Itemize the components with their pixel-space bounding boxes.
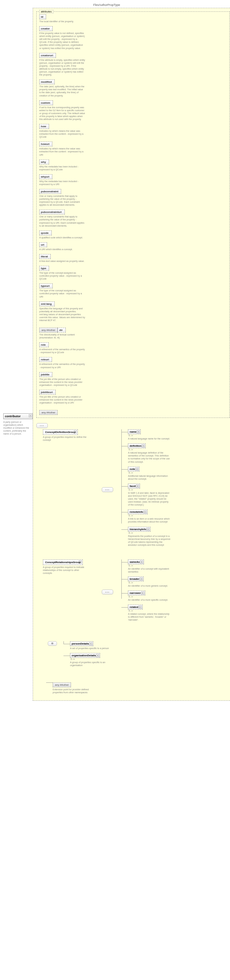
person-details-element[interactable]: personDetails: [70, 641, 93, 646]
attribute-desc: If the property value is not defined, sp…: [39, 32, 85, 50]
expand-icon[interactable]: [147, 528, 150, 531]
attribute-whyuri[interactable]: whyuri: [39, 174, 52, 179]
attribute-desc: If the attribute is empty, specifies whi…: [39, 59, 85, 76]
element-desc: A link to an item or a web resource whic…: [128, 517, 171, 523]
cardinality: 0..∞: [129, 532, 171, 534]
element-name[interactable]: name: [128, 430, 141, 434]
cardinality: 0..∞: [129, 595, 171, 598]
attributes-container: attributes idThe local identifier of the…: [36, 11, 230, 418]
cardinality: 0..∞: [129, 448, 171, 450]
cardinality: 0..∞: [129, 565, 171, 567]
expand-icon[interactable]: [96, 654, 99, 657]
attribute-role[interactable]: role: [39, 342, 49, 347]
element-desc: Extension point for provider-defined pro…: [53, 688, 95, 694]
attributes-label: attributes: [39, 10, 53, 13]
attribute-custom[interactable]: custom: [39, 100, 53, 105]
organisation-details-element[interactable]: organisationDetails: [70, 653, 100, 658]
attribute-desc: The job title of the person who created …: [39, 395, 85, 404]
element-narrower[interactable]: narrower: [128, 590, 145, 595]
element-desc: A related concept, where the relationshi…: [128, 612, 171, 621]
element-facet[interactable]: facet: [128, 484, 140, 488]
element-desc: An identifier of a more generic concept.: [128, 584, 171, 587]
cardinality: 0..∞: [129, 581, 171, 584]
element-desc: Additional natural language information …: [128, 474, 171, 480]
attribute-xml:lang[interactable]: xml:lang: [39, 301, 54, 306]
expand-icon[interactable]: [142, 444, 145, 447]
attribute-qcode[interactable]: qcode: [39, 231, 52, 235]
cardinality: 0..∞: [129, 471, 171, 474]
element-desc: A natural language definition of the sem…: [128, 451, 171, 463]
attribute-desc: The type of the concept assigned as cont…: [39, 271, 85, 280]
attribute-creatoruri[interactable]: creatoruri: [39, 53, 56, 58]
attribute-how[interactable]: how: [39, 124, 49, 129]
element-desc: A natural language name for the concept.: [128, 437, 171, 440]
attribute-uri[interactable]: uri: [39, 242, 47, 247]
contributor-element[interactable]: contributor: [3, 413, 33, 419]
attribute-desc: Why the metadata has been included - exp…: [39, 165, 85, 171]
element-remoteInfo[interactable]: remoteInfo: [128, 509, 147, 514]
attribute-desc: Indicates by which means the value was e…: [39, 129, 85, 138]
element-sameAs[interactable]: sameAs: [128, 560, 144, 565]
element-related[interactable]: related: [128, 605, 142, 609]
attribute-roleuri[interactable]: roleuri: [39, 357, 52, 362]
expand-icon[interactable]: [136, 485, 139, 488]
element-desc: A group of properties specific to an org…: [70, 661, 113, 667]
group-desc: A group of properites required to indica…: [43, 566, 89, 574]
expand-icon[interactable]: [139, 606, 142, 609]
attribute-typeuri[interactable]: typeuri: [39, 283, 53, 288]
expand-icon[interactable]: [141, 592, 144, 595]
expand-icon[interactable]: [136, 468, 138, 471]
expand-icon[interactable]: [29, 414, 32, 417]
attribute-desc: Specifies the language of this property …: [39, 307, 85, 322]
attribute-jobtitle[interactable]: jobtitle: [39, 372, 52, 377]
element-desc: An identifier of a concept with equivale…: [128, 567, 171, 573]
attribute-howuri[interactable]: howuri: [39, 142, 52, 146]
attribute-desc: Why the metadata has been included - exp…: [39, 180, 85, 186]
element-desc: Represents the position of a concept in …: [128, 535, 171, 546]
sequence-icon: [102, 487, 113, 492]
attribute-desc: One or many constraints that apply to pu…: [39, 194, 85, 206]
attribute-desc: A free-text value assigned as property v…: [39, 259, 85, 262]
type-container: attributes idThe local identifier of the…: [33, 8, 230, 701]
cardinality: 0..∞: [129, 434, 171, 436]
sequence-icon: [36, 423, 48, 428]
attribute-desc: The directionality of textual content (e…: [39, 333, 85, 339]
element-note[interactable]: note: [128, 467, 139, 471]
contributor-desc: A party (person or organisation) which m…: [3, 420, 31, 435]
cardinality: 0..∞: [129, 514, 171, 517]
any-element: any ##other: [53, 682, 71, 687]
element-desc: An identifier of a more specific concept…: [128, 598, 171, 601]
attribute-desc: If set to true the corresponding propert…: [39, 106, 85, 121]
attribute-pubconstraint[interactable]: pubconstraint: [39, 189, 61, 194]
expand-icon[interactable]: [144, 511, 147, 513]
attribute-desc: One or many constraints that apply to pu…: [39, 215, 85, 227]
cardinality: 0..∞: [129, 609, 171, 612]
expand-icon[interactable]: [74, 430, 77, 433]
attribute-desc: A refinement of the semantics of the pro…: [39, 348, 85, 354]
attribute-why[interactable]: why: [39, 159, 49, 164]
attribute-desc: A refinement of the semantics of the pro…: [39, 363, 85, 369]
any-attribute: any ##other: [39, 410, 58, 415]
attribute-desc: The type of the concept assigned as cont…: [39, 289, 85, 298]
expand-icon[interactable]: [79, 560, 82, 563]
attribute-literal[interactable]: literal: [39, 254, 51, 259]
element-definition[interactable]: definition: [128, 444, 145, 448]
attribute-jobtitleuri[interactable]: jobtitleuri: [39, 390, 56, 395]
attribute-creator[interactable]: creator: [39, 26, 53, 31]
expand-icon[interactable]: [137, 430, 140, 433]
attribute-pubconstrainturi[interactable]: pubconstrainturi: [39, 210, 65, 215]
attribute-type[interactable]: type: [39, 266, 49, 271]
attribute-modified[interactable]: modified: [39, 80, 54, 84]
attribute-dir[interactable]: dir: [58, 328, 65, 332]
element-broader[interactable]: broader: [128, 576, 144, 581]
attribute-id[interactable]: id: [39, 14, 46, 19]
attribute-desc: The job title of the person who created …: [39, 378, 85, 387]
expand-icon[interactable]: [89, 642, 92, 645]
cardinality: 0..∞: [129, 488, 171, 491]
concept-definition-group[interactable]: ConceptDefinitionGroup: [43, 430, 78, 435]
group-desc: A group of properites required to define…: [43, 436, 89, 441]
element-hierarchyInfo[interactable]: hierarchyInfo: [128, 527, 150, 532]
expand-icon[interactable]: [140, 578, 143, 581]
concept-relationships-group[interactable]: ConceptRelationshipsGroup: [43, 560, 83, 565]
expand-icon[interactable]: [140, 560, 143, 563]
